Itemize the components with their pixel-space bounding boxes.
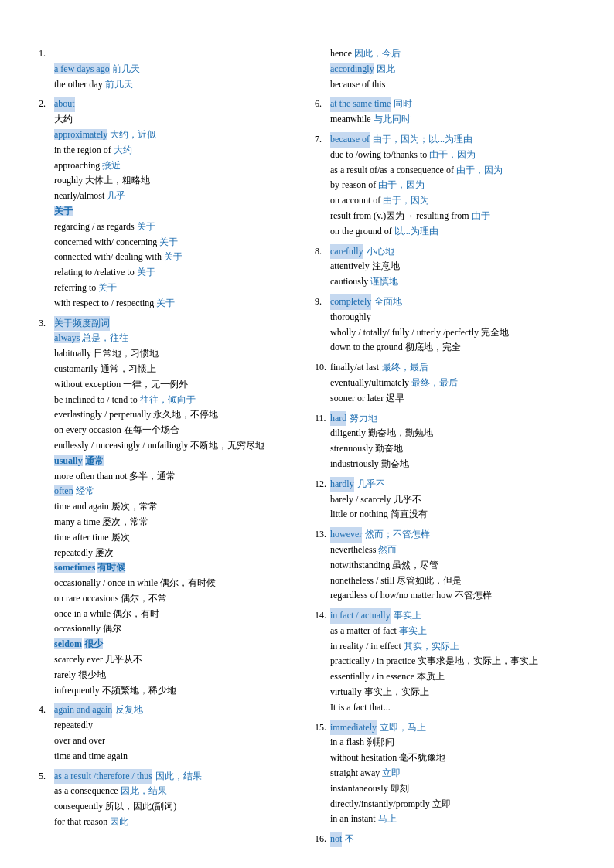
entry-line: virtually 事实上，实际上: [315, 685, 575, 700]
entry-line: habitually 日常地，习惯地: [39, 346, 299, 362]
entry-line: diligently 勤奋地，勤勉地: [315, 426, 575, 441]
entry-line: accordingly 因此: [315, 62, 575, 77]
section: 6. at the same time 同时meanwhile 与此同时: [315, 97, 575, 128]
section-header: 7. because of 由于，因为；以...为理由: [315, 132, 575, 148]
entry-line: infrequently 不频繁地，稀少地: [39, 683, 299, 699]
section-header: 6. at the same time 同时: [315, 97, 575, 112]
sub-header: usually 通常: [39, 454, 299, 469]
section-header: 2. about: [39, 97, 299, 112]
entry-line: attentively 注意地: [315, 259, 575, 274]
section: 7. because of 由于，因为；以...为理由due to /owing…: [315, 132, 575, 240]
section: 8. carefully 小心地attentively 注意地cautiousl…: [315, 244, 575, 290]
entry-line: relating to /relative to 关于: [39, 265, 299, 281]
entry-line: often 经常: [39, 484, 299, 499]
entry-line: 大约: [39, 112, 299, 128]
entry-line: be inclined to / tend to 往往，倾向于: [39, 393, 299, 408]
section-header: 8. carefully 小心地: [315, 244, 575, 260]
entry-line: connected with/ dealing with 关于: [39, 250, 299, 265]
section-header: 10. finally/at last 最终，最后: [315, 360, 575, 376]
entry-line: on every occasion 在每一个场合: [39, 423, 299, 438]
entry-line: practically / in practice 实事求是地，实际上，事实上: [315, 654, 575, 669]
section: 11. hard 努力地diligently 勤奋地，勤勉地strenuousl…: [315, 411, 575, 472]
section: 15. immediately 立即，马上in a flash 刹那间witho…: [315, 720, 575, 828]
entry-line: down to the ground 彻底地，完全: [315, 340, 575, 356]
entry-line: thoroughly: [315, 310, 575, 325]
entry-line: instantaneously 即刻: [315, 781, 575, 797]
entry-line: without hesitation 毫不犹豫地: [315, 751, 575, 766]
entry-line: in reality / in effect 其实，实际上: [315, 639, 575, 655]
entry-line: time and time again: [39, 749, 299, 764]
entry-line: nonetheless / still 尽管如此，但是: [315, 574, 575, 589]
entry-line: in a flash 刹那间: [315, 735, 575, 751]
entry-line: nearly/almost 几乎: [39, 189, 299, 204]
entry-line: customarily 通常，习惯上: [39, 362, 299, 377]
right-column: hence 因此，今后accordingly 因此because of this…: [315, 46, 575, 852]
section-header: 15. immediately 立即，马上: [315, 720, 575, 736]
entry-line: roughly 大体上，粗略地: [39, 173, 299, 189]
section-header: 5. as a result /therefore / thus 因此，结果: [39, 769, 299, 785]
entry-line: It is a fact that...: [315, 700, 575, 716]
section-header: 14. in fact / actually 事实上: [315, 608, 575, 624]
entry-line: the other day 前几天: [39, 77, 299, 93]
sub-header: sometimes 有时候: [39, 560, 299, 576]
section-header: 12. hardly 几乎不: [315, 477, 575, 492]
entry-line: straight away 立即: [315, 766, 575, 781]
entry-line: in an instant 马上: [315, 812, 575, 827]
section-header: 4. again and again 反复地: [39, 703, 299, 718]
entry-line: occasionally 偶尔: [39, 621, 299, 637]
entry-line: without exception 一律，无一例外: [39, 377, 299, 393]
section: hence 因此，今后accordingly 因此because of this: [315, 46, 575, 92]
entry-line: result from (v.)因为→ resulting from 由于: [315, 209, 575, 224]
entry-line: for that reason 因此: [39, 815, 299, 830]
section: 10. finally/at last 最终，最后eventually/ulti…: [315, 360, 575, 406]
section-header: 3. 关于频度副词: [39, 316, 299, 332]
entry-line: barely / scarcely 几乎不: [315, 492, 575, 508]
entry-line: scarcely ever 几乎从不: [39, 652, 299, 668]
entry-line: always 总是，往往: [39, 331, 299, 346]
section: 2. about大约approximately 大约，近似in the regi…: [39, 97, 299, 311]
entry-line: repeatedly 屡次: [39, 546, 299, 561]
entry-line: referring to 关于: [39, 281, 299, 296]
entry-line: everlastingly / perpetually 永久地，不停地: [39, 407, 299, 423]
section-header: 9. completely 全面地: [315, 294, 575, 310]
section: 13. however 然而；不管怎样nevertheless 然而notwit…: [315, 527, 575, 604]
entry-line: notwithstanding 虽然，尽管: [315, 558, 575, 574]
sub-header: seldom 很少: [39, 637, 299, 652]
entry-line: endlessly / unceasingly / unfailingly 不断…: [39, 438, 299, 454]
entry-line: more often than not 多半，通常: [39, 469, 299, 485]
entry-line: industriously 勤奋地: [315, 457, 575, 472]
entry-line: consequently 所以，因此(副词): [39, 799, 299, 815]
entry-line: regarding / as regards 关于: [39, 220, 299, 235]
entry-line: as a result of/as a consequence of 由于，因为: [315, 163, 575, 179]
entry-line: as a matter of fact 事实上: [315, 624, 575, 639]
entry-line: approximately 大约，近似: [39, 128, 299, 143]
section: 4. again and again 反复地repeatedlyover and…: [39, 703, 299, 764]
entry-line: with respect to / respecting 关于: [39, 296, 299, 311]
sub-header: 关于: [39, 204, 299, 220]
section: 12. hardly 几乎不barely / scarcely 几乎不littl…: [315, 477, 575, 523]
section: 3. 关于频度副词always 总是，往往habitually 日常地，习惯地c…: [39, 316, 299, 699]
entry-line: over and over: [39, 734, 299, 749]
entry-line: repeatedly: [39, 718, 299, 734]
section: 16. not 不: [315, 832, 575, 847]
entry-line: strenuously 勤奋地: [315, 441, 575, 457]
section: 9. completely 全面地thoroughlywholly / tota…: [315, 294, 575, 356]
entry-line: occasionally / once in while 偶尔，有时候: [39, 576, 299, 591]
section-header: 13. however 然而；不管怎样: [315, 527, 575, 543]
section-header: 16. not 不: [315, 832, 575, 847]
entry-line: many a time 屡次，常常: [39, 515, 299, 530]
entry-line: on account of 由于，因为: [315, 193, 575, 209]
entry-line: little or nothing 简直没有: [315, 507, 575, 523]
section: 14. in fact / actually 事实上as a matter of…: [315, 608, 575, 716]
entry-line: time and again 屡次，常常: [39, 499, 299, 515]
left-column: 1. a few days ago 前几天the other day 前几天2.…: [39, 46, 299, 852]
entry-line: on rare occasions 偶尔，不常: [39, 591, 299, 607]
entry-line: due to /owing to/thanks to 由于，因为: [315, 148, 575, 163]
entry-line: essentially / in essence 本质上: [315, 669, 575, 685]
entry-line: approaching 接近: [39, 158, 299, 174]
entry-line: sooner or later 迟早: [315, 391, 575, 407]
entry-line: once in a while 偶尔，有时: [39, 607, 299, 622]
entry-line: by reason of 由于，因为: [315, 178, 575, 193]
section: 5. as a result /therefore / thus 因此，结果as…: [39, 769, 299, 830]
section: 1. a few days ago 前几天the other day 前几天: [39, 46, 299, 92]
